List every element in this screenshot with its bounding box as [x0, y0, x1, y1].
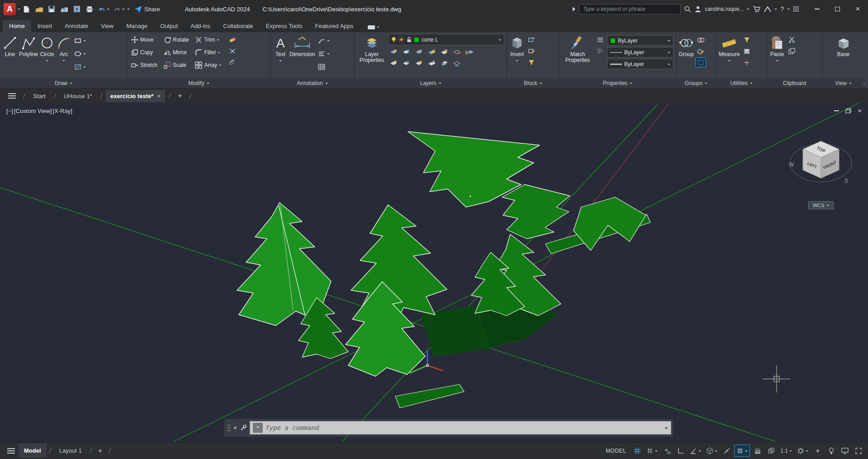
move-button[interactable]: Move [130, 34, 159, 46]
object-snap-button[interactable] [734, 445, 750, 457]
close-tab-icon[interactable]: × [157, 93, 161, 99]
tab-featured-apps[interactable]: Featured Apps [308, 20, 360, 32]
viewcube-svg[interactable]: W S TOP LEFT FRONT [787, 127, 855, 198]
arc-button[interactable]: Arc [56, 34, 71, 63]
edit-block-button[interactable] [526, 46, 537, 56]
properties-panel-footer[interactable]: Properties [560, 78, 676, 88]
viewport-close-icon[interactable]: × [858, 107, 862, 114]
group-selection-toggle[interactable] [695, 57, 706, 67]
osnap-caret-icon[interactable] [745, 450, 748, 453]
current-layer-select[interactable]: corte L [388, 34, 504, 45]
open-file-button[interactable] [33, 3, 45, 15]
trim-button[interactable]: Trim [194, 34, 223, 46]
viewport-restore-icon[interactable] [845, 108, 851, 114]
close-window-button[interactable]: × [848, 0, 868, 18]
insert-button[interactable]: Insert [509, 34, 525, 63]
layer-properties-button[interactable]: Layer Properties [357, 34, 387, 64]
viewcube-west-label[interactable]: W [789, 161, 794, 168]
layer-on-button[interactable] [388, 58, 399, 68]
id-point-button[interactable] [741, 57, 752, 67]
plot-button[interactable] [84, 3, 95, 15]
wcs-button[interactable]: WCS [808, 201, 834, 209]
dynamic-input-button[interactable] [661, 445, 673, 457]
isodraft-caret-icon[interactable] [715, 450, 717, 453]
group-edit-button[interactable] [695, 46, 706, 56]
isolate-objects-button[interactable] [825, 445, 837, 457]
clipboard-panel-footer[interactable]: Clipboard [767, 78, 822, 88]
measure-button[interactable]: Measure [719, 34, 740, 63]
quick-calc-button[interactable] [741, 46, 752, 56]
layer-unisolate-button[interactable] [401, 58, 412, 68]
arc-caret-icon[interactable] [62, 60, 65, 63]
tab-exercicio-teste[interactable]: exercicio teste*× [106, 90, 165, 102]
groups-panel-footer[interactable]: Groups [676, 78, 716, 88]
save-button[interactable] [46, 3, 57, 15]
tab-uhouse1[interactable]: UHouse 1* [59, 90, 97, 102]
new-layout-button[interactable]: + [95, 447, 106, 455]
array-caret-icon[interactable] [219, 65, 222, 67]
save-web-mobile-button[interactable] [71, 3, 83, 15]
object-snap-tracking-button[interactable] [721, 445, 733, 457]
lineweight-display-button[interactable] [751, 445, 764, 457]
share-button[interactable]: Share [134, 5, 160, 13]
workspace-switching-button[interactable] [795, 445, 810, 457]
circle-button[interactable]: Circle [39, 34, 55, 63]
fillet-caret-icon[interactable] [218, 52, 220, 55]
ellipse-tool-button[interactable] [73, 48, 87, 60]
scale-button[interactable]: Scale [162, 59, 190, 71]
apps-grid-icon[interactable] [793, 6, 799, 12]
layer-thaw-button[interactable] [413, 58, 424, 68]
properties-list-icon[interactable] [595, 35, 606, 45]
match-layer-button[interactable] [451, 47, 462, 57]
layer-unlock-button[interactable] [426, 58, 437, 68]
insert-caret-icon[interactable] [516, 60, 518, 63]
copy-to-layer-button[interactable] [439, 58, 450, 68]
layer-freeze-button[interactable] [413, 47, 424, 57]
cart-icon[interactable] [753, 5, 761, 13]
user-avatar-icon[interactable] [694, 5, 702, 13]
modify-panel-footer[interactable]: Modify [128, 78, 270, 88]
viewcube-south-label[interactable]: S [844, 178, 848, 184]
command-input[interactable] [266, 424, 662, 431]
ungroup-button[interactable] [695, 35, 706, 45]
grid-display-button[interactable] [631, 445, 643, 457]
mirror-button[interactable]: Mirror [162, 47, 190, 58]
text-style-button[interactable] [317, 48, 331, 60]
layer-lock-button[interactable] [426, 47, 437, 57]
tab-add-ins[interactable]: Add-ins [184, 20, 217, 32]
copy-button[interactable]: Copy [130, 47, 159, 58]
snap-caret-icon[interactable] [655, 450, 658, 453]
lineweight-select[interactable]: ByLayer [607, 59, 674, 69]
cut-button[interactable] [786, 35, 797, 45]
quick-select-button[interactable] [741, 35, 752, 45]
circle-caret-icon[interactable] [46, 60, 48, 63]
polar-caret-icon[interactable] [698, 450, 701, 453]
model-canvas-svg[interactable] [0, 103, 868, 442]
graphics-performance-button[interactable] [839, 445, 851, 457]
paste-button[interactable]: Paste [769, 34, 785, 63]
measure-caret-icon[interactable] [728, 60, 730, 63]
annotation-panel-footer[interactable]: Annotation [270, 78, 354, 88]
command-line-close-icon[interactable]: × [233, 424, 237, 431]
visual-style-control[interactable]: [X-Ray] [52, 108, 72, 114]
layer-isolate-button[interactable] [401, 47, 412, 57]
viewport-menu-control[interactable]: [−] [6, 108, 13, 114]
search-icon[interactable] [684, 5, 691, 13]
view-control[interactable]: [Custom View] [14, 108, 52, 114]
search-input[interactable] [579, 4, 681, 14]
copy-clip-button[interactable] [786, 46, 797, 56]
annotation-monitor-button[interactable] [811, 445, 824, 457]
block-panel-footer[interactable]: Block [507, 78, 559, 88]
view-panel-footer[interactable]: View [822, 78, 864, 88]
redo-button[interactable] [112, 3, 126, 15]
annotation-scale-button[interactable]: 1:1 [778, 445, 794, 457]
command-history-icon[interactable] [664, 425, 668, 429]
tab-home[interactable]: Home [3, 20, 31, 32]
paste-caret-icon[interactable] [776, 60, 778, 63]
command-customize-wrench-icon[interactable] [240, 424, 247, 431]
line-button[interactable]: Line [2, 34, 18, 57]
more-properties-icon[interactable] [595, 46, 606, 56]
leader-button[interactable] [317, 35, 331, 47]
rotate-button[interactable]: Rotate [162, 34, 190, 46]
user-name[interactable]: carolina.roque... [705, 6, 744, 12]
